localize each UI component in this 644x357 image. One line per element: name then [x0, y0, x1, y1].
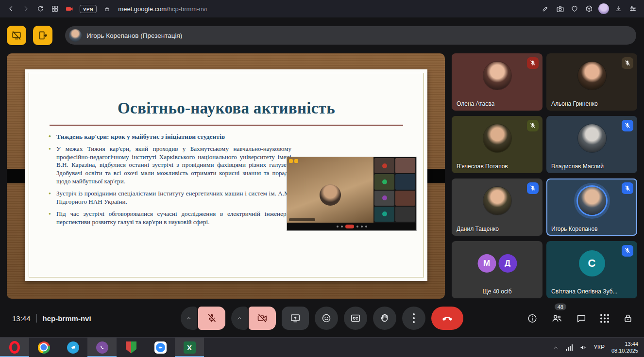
camera-in-use-icon[interactable]: [63, 2, 76, 15]
participant-avatar: [578, 62, 606, 90]
raise-hand-button[interactable]: [373, 307, 396, 330]
slide-title-rule: [50, 125, 404, 126]
camera-off-button[interactable]: [249, 307, 276, 330]
profile-avatar-button[interactable]: [597, 2, 610, 15]
info-icon: [527, 313, 538, 324]
excel-icon: X: [184, 341, 196, 354]
taskbar-shield-app-button[interactable]: [117, 338, 146, 357]
slide-bullet: Зустріч із провідними спеціалістами Інст…: [56, 190, 291, 206]
participant-avatar: [483, 187, 511, 215]
end-call-button[interactable]: [431, 307, 463, 330]
camera-options-chevron[interactable]: [231, 307, 248, 330]
meeting-side-controls: 48: [527, 313, 633, 324]
vpn-badge[interactable]: VPN: [80, 5, 97, 13]
taskbar-date: 08.10.2025: [611, 347, 638, 354]
taskbar-excel-button[interactable]: X: [175, 338, 204, 357]
taskbar-viber-button[interactable]: [87, 338, 117, 357]
meeting-details-button[interactable]: [527, 313, 538, 324]
reactions-button[interactable]: [315, 307, 338, 330]
people-icon: [551, 313, 562, 324]
extensions-cube-button[interactable]: [583, 2, 595, 15]
participant-name: Світлана Олегівна Зуб...: [551, 288, 617, 295]
mini-name-bar: [289, 218, 315, 221]
taskbar-clock[interactable]: 13:44 08.10.2025: [611, 341, 638, 355]
microphone-muted-button[interactable]: [198, 307, 225, 330]
pop-out-icon: [37, 30, 48, 41]
host-controls-button[interactable]: [623, 313, 633, 324]
presented-screen[interactable]: Освітньо-наукова активність Тиждень кар'…: [7, 53, 445, 299]
end-call-icon: [441, 312, 453, 324]
opera-icon: [9, 341, 20, 354]
participant-name: Олена Атаєва: [457, 100, 494, 107]
participant-tile[interactable]: Владислав Маслий: [546, 116, 637, 173]
taskbar-opera-button[interactable]: [0, 338, 29, 357]
participant-tile-active-speaker[interactable]: Игорь Корепанов: [546, 178, 637, 236]
letter-avatar: С: [579, 250, 605, 276]
presentation-hidden-chip[interactable]: [7, 26, 26, 45]
mic-off-badge: [622, 120, 633, 131]
mic-off-badge: [527, 182, 539, 194]
clock-label: 13:44: [12, 314, 31, 323]
browser-toolbar: VPN meet.google.com/hcp-brmm-nvi: [0, 0, 644, 17]
participant-tile[interactable]: Олена Атаєва: [452, 53, 542, 111]
downloads-button[interactable]: [612, 2, 625, 15]
participant-tile[interactable]: Данил Тащенко: [452, 178, 542, 236]
present-screen-icon: [290, 313, 301, 324]
pop-out-chip[interactable]: [33, 26, 52, 45]
taskbar-chrome-button[interactable]: [29, 338, 58, 357]
language-indicator[interactable]: УКР: [593, 344, 605, 351]
back-button[interactable]: [5, 2, 17, 15]
people-panel-button[interactable]: 48: [551, 313, 562, 324]
reload-button[interactable]: [34, 2, 47, 15]
snapshot-camera-button[interactable]: [554, 2, 566, 15]
participant-tile[interactable]: В'ячеслав Потапов: [452, 116, 542, 173]
tab-tiling-icon[interactable]: [49, 2, 61, 15]
chat-panel-button[interactable]: [576, 313, 587, 324]
overflow-avatars: М Д: [477, 254, 517, 273]
windows-taskbar: X УКР 13:44 08.10.2025: [0, 337, 644, 357]
mic-off-badge: [622, 245, 633, 257]
forward-button[interactable]: [19, 2, 32, 15]
telegram-icon: [67, 341, 79, 354]
overflow-count-label: Ще 40 осіб: [482, 288, 511, 295]
participant-name: Владислав Маслий: [551, 163, 604, 170]
more-options-button[interactable]: [402, 307, 425, 330]
captions-button[interactable]: [344, 307, 367, 330]
present-now-button[interactable]: [282, 307, 309, 330]
participant-name: Альона Гриненко: [551, 100, 598, 107]
google-meet-window: Игорь Корепанов (Презентація) Освітньо-н…: [0, 17, 644, 337]
settings-sliders-button[interactable]: [627, 2, 639, 15]
slide-lead-bullet: Тиждень кар'єри: крок у майбутнє з ініці…: [56, 133, 291, 141]
letter-avatar: М: [477, 254, 496, 273]
address-url[interactable]: meet.google.com/hcp-brmm-nvi: [118, 5, 207, 13]
screen: VPN meet.google.com/hcp-brmm-nvi Игорь К…: [0, 0, 644, 357]
mini-main-video: [287, 157, 373, 223]
profile-avatar: [598, 3, 609, 14]
more-vert-icon: [413, 313, 415, 323]
network-signal-icon[interactable]: [566, 344, 573, 351]
slide-bullet: Під час зустрічі обговорювалися сучасні …: [56, 210, 291, 226]
mini-meet-body: [287, 157, 416, 223]
volume-icon[interactable]: [579, 344, 587, 351]
participant-avatar: [578, 124, 606, 152]
activities-button[interactable]: [600, 314, 609, 323]
presenter-banner[interactable]: Игорь Корепанов (Презентація): [65, 26, 636, 45]
tray-expand-chevron[interactable]: [553, 344, 559, 351]
participant-name: Данил Тащенко: [457, 226, 499, 232]
mini-control-bar: [287, 223, 416, 230]
taskbar-time: 13:44: [611, 341, 638, 347]
zoom-icon: [154, 341, 167, 354]
taskbar-zoom-button[interactable]: [146, 338, 175, 357]
participant-tile[interactable]: Альона Гриненко: [546, 53, 637, 111]
participant-avatar: С: [579, 250, 605, 276]
slide-embedded-screenshot: [287, 157, 417, 231]
overflow-participants-tile[interactable]: М Д Ще 40 осіб: [452, 241, 542, 298]
chrome-icon: [38, 341, 50, 354]
pencil-edit-button[interactable]: [539, 2, 552, 15]
participant-tile[interactable]: С Світлана Олегівна Зуб...: [546, 241, 637, 298]
mic-options-chevron[interactable]: [181, 307, 197, 330]
heart-bookmark-button[interactable]: [568, 2, 581, 15]
taskbar-telegram-button[interactable]: [58, 338, 87, 357]
meeting-code-label: hcp-brmm-nvi: [43, 314, 91, 323]
site-lock-icon[interactable]: [101, 2, 113, 15]
